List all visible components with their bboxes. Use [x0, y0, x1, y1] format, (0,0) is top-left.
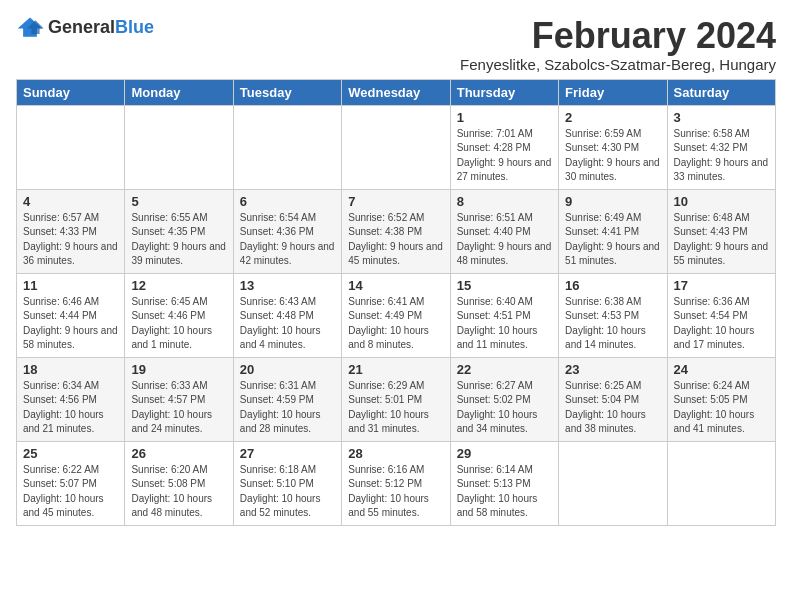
sunrise-text: Sunrise: 6:55 AM	[131, 212, 207, 223]
week-row-1: 1Sunrise: 7:01 AMSunset: 4:28 PMDaylight…	[17, 105, 776, 189]
daylight-text: Daylight: 10 hours and 38 minutes.	[565, 409, 646, 435]
weekday-header-row: Sunday Monday Tuesday Wednesday Thursday…	[17, 79, 776, 105]
sunset-text: Sunset: 5:04 PM	[565, 394, 639, 405]
daylight-text: Daylight: 9 hours and 39 minutes.	[131, 241, 226, 267]
daylight-text: Daylight: 9 hours and 42 minutes.	[240, 241, 335, 267]
sunrise-text: Sunrise: 6:20 AM	[131, 464, 207, 475]
calendar-cell-w4-d3: 21Sunrise: 6:29 AMSunset: 5:01 PMDayligh…	[342, 357, 450, 441]
sunrise-text: Sunrise: 6:14 AM	[457, 464, 533, 475]
calendar-cell-w2-d1: 5Sunrise: 6:55 AMSunset: 4:35 PMDaylight…	[125, 189, 233, 273]
sunset-text: Sunset: 4:46 PM	[131, 310, 205, 321]
daylight-text: Daylight: 9 hours and 48 minutes.	[457, 241, 552, 267]
sunset-text: Sunset: 5:08 PM	[131, 478, 205, 489]
day-info: Sunrise: 7:01 AMSunset: 4:28 PMDaylight:…	[457, 127, 552, 185]
sunrise-text: Sunrise: 6:29 AM	[348, 380, 424, 391]
header-wednesday: Wednesday	[342, 79, 450, 105]
day-info: Sunrise: 6:38 AMSunset: 4:53 PMDaylight:…	[565, 295, 660, 353]
daylight-text: Daylight: 9 hours and 55 minutes.	[674, 241, 769, 267]
header-friday: Friday	[559, 79, 667, 105]
sunrise-text: Sunrise: 6:18 AM	[240, 464, 316, 475]
sunset-text: Sunset: 4:41 PM	[565, 226, 639, 237]
daylight-text: Daylight: 10 hours and 45 minutes.	[23, 493, 104, 519]
calendar-cell-w2-d2: 6Sunrise: 6:54 AMSunset: 4:36 PMDaylight…	[233, 189, 341, 273]
sunset-text: Sunset: 4:49 PM	[348, 310, 422, 321]
sunrise-text: Sunrise: 6:54 AM	[240, 212, 316, 223]
calendar-cell-w4-d1: 19Sunrise: 6:33 AMSunset: 4:57 PMDayligh…	[125, 357, 233, 441]
day-number: 26	[131, 446, 226, 461]
calendar-cell-w4-d0: 18Sunrise: 6:34 AMSunset: 4:56 PMDayligh…	[17, 357, 125, 441]
sunset-text: Sunset: 4:36 PM	[240, 226, 314, 237]
sunset-text: Sunset: 4:44 PM	[23, 310, 97, 321]
sunset-text: Sunset: 4:54 PM	[674, 310, 748, 321]
sunset-text: Sunset: 4:59 PM	[240, 394, 314, 405]
day-number: 9	[565, 194, 660, 209]
header-monday: Monday	[125, 79, 233, 105]
daylight-text: Daylight: 10 hours and 14 minutes.	[565, 325, 646, 351]
calendar-cell-w4-d5: 23Sunrise: 6:25 AMSunset: 5:04 PMDayligh…	[559, 357, 667, 441]
day-number: 20	[240, 362, 335, 377]
day-number: 11	[23, 278, 118, 293]
day-info: Sunrise: 6:59 AMSunset: 4:30 PMDaylight:…	[565, 127, 660, 185]
sunrise-text: Sunrise: 6:38 AM	[565, 296, 641, 307]
logo-general: General	[48, 17, 115, 37]
daylight-text: Daylight: 9 hours and 58 minutes.	[23, 325, 118, 351]
calendar-cell-w5-d3: 28Sunrise: 6:16 AMSunset: 5:12 PMDayligh…	[342, 441, 450, 525]
daylight-text: Daylight: 10 hours and 34 minutes.	[457, 409, 538, 435]
day-info: Sunrise: 6:33 AMSunset: 4:57 PMDaylight:…	[131, 379, 226, 437]
day-number: 1	[457, 110, 552, 125]
day-number: 2	[565, 110, 660, 125]
day-number: 6	[240, 194, 335, 209]
sunset-text: Sunset: 4:51 PM	[457, 310, 531, 321]
daylight-text: Daylight: 10 hours and 41 minutes.	[674, 409, 755, 435]
sunrise-text: Sunrise: 7:01 AM	[457, 128, 533, 139]
sunset-text: Sunset: 4:32 PM	[674, 142, 748, 153]
daylight-text: Daylight: 9 hours and 36 minutes.	[23, 241, 118, 267]
sunrise-text: Sunrise: 6:24 AM	[674, 380, 750, 391]
day-info: Sunrise: 6:25 AMSunset: 5:04 PMDaylight:…	[565, 379, 660, 437]
sunset-text: Sunset: 4:48 PM	[240, 310, 314, 321]
calendar-cell-w4-d4: 22Sunrise: 6:27 AMSunset: 5:02 PMDayligh…	[450, 357, 558, 441]
sunset-text: Sunset: 4:43 PM	[674, 226, 748, 237]
sunset-text: Sunset: 4:57 PM	[131, 394, 205, 405]
sunrise-text: Sunrise: 6:49 AM	[565, 212, 641, 223]
sunset-text: Sunset: 5:07 PM	[23, 478, 97, 489]
sunset-text: Sunset: 4:33 PM	[23, 226, 97, 237]
sunset-text: Sunset: 4:40 PM	[457, 226, 531, 237]
day-number: 8	[457, 194, 552, 209]
day-info: Sunrise: 6:14 AMSunset: 5:13 PMDaylight:…	[457, 463, 552, 521]
calendar-cell-w5-d4: 29Sunrise: 6:14 AMSunset: 5:13 PMDayligh…	[450, 441, 558, 525]
sunset-text: Sunset: 4:53 PM	[565, 310, 639, 321]
sunrise-text: Sunrise: 6:34 AM	[23, 380, 99, 391]
day-number: 7	[348, 194, 443, 209]
daylight-text: Daylight: 10 hours and 21 minutes.	[23, 409, 104, 435]
daylight-text: Daylight: 10 hours and 11 minutes.	[457, 325, 538, 351]
sunrise-text: Sunrise: 6:52 AM	[348, 212, 424, 223]
daylight-text: Daylight: 10 hours and 24 minutes.	[131, 409, 212, 435]
calendar-cell-w2-d3: 7Sunrise: 6:52 AMSunset: 4:38 PMDaylight…	[342, 189, 450, 273]
day-info: Sunrise: 6:36 AMSunset: 4:54 PMDaylight:…	[674, 295, 769, 353]
header-saturday: Saturday	[667, 79, 775, 105]
sunset-text: Sunset: 4:38 PM	[348, 226, 422, 237]
sunrise-text: Sunrise: 6:45 AM	[131, 296, 207, 307]
calendar-cell-w3-d1: 12Sunrise: 6:45 AMSunset: 4:46 PMDayligh…	[125, 273, 233, 357]
day-info: Sunrise: 6:48 AMSunset: 4:43 PMDaylight:…	[674, 211, 769, 269]
calendar-cell-w1-d5: 2Sunrise: 6:59 AMSunset: 4:30 PMDaylight…	[559, 105, 667, 189]
day-number: 18	[23, 362, 118, 377]
sunrise-text: Sunrise: 6:27 AM	[457, 380, 533, 391]
header-thursday: Thursday	[450, 79, 558, 105]
daylight-text: Daylight: 10 hours and 4 minutes.	[240, 325, 321, 351]
sunrise-text: Sunrise: 6:51 AM	[457, 212, 533, 223]
sunrise-text: Sunrise: 6:43 AM	[240, 296, 316, 307]
day-number: 29	[457, 446, 552, 461]
week-row-3: 11Sunrise: 6:46 AMSunset: 4:44 PMDayligh…	[17, 273, 776, 357]
day-number: 25	[23, 446, 118, 461]
day-info: Sunrise: 6:40 AMSunset: 4:51 PMDaylight:…	[457, 295, 552, 353]
sunset-text: Sunset: 5:01 PM	[348, 394, 422, 405]
daylight-text: Daylight: 9 hours and 45 minutes.	[348, 241, 443, 267]
calendar-cell-w2-d6: 10Sunrise: 6:48 AMSunset: 4:43 PMDayligh…	[667, 189, 775, 273]
location-subtitle: Fenyeslitke, Szabolcs-Szatmar-Bereg, Hun…	[460, 56, 776, 73]
day-info: Sunrise: 6:54 AMSunset: 4:36 PMDaylight:…	[240, 211, 335, 269]
day-info: Sunrise: 6:27 AMSunset: 5:02 PMDaylight:…	[457, 379, 552, 437]
page-header: GeneralBlue February 2024 Fenyeslitke, S…	[16, 16, 776, 73]
sunset-text: Sunset: 4:56 PM	[23, 394, 97, 405]
